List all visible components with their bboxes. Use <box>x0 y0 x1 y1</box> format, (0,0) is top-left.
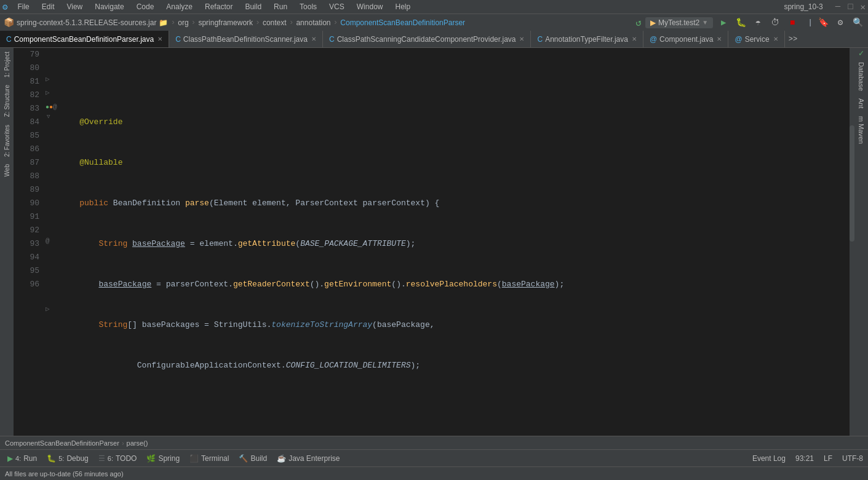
run-config-icon: ▶ <box>650 18 656 27</box>
folder-icon-1: 📁 <box>159 18 168 27</box>
panel-structure[interactable]: Z: Structure <box>2 81 12 120</box>
line-86: ConfigurableApplicationContext.CONFIG_LO… <box>60 359 845 372</box>
ln-81: 81 <box>18 75 39 89</box>
menu-build[interactable]: Build <box>242 2 264 11</box>
tab-close-2[interactable]: ✕ <box>311 36 316 42</box>
tab-close-5[interactable]: ✕ <box>717 36 722 42</box>
code-content[interactable]: @Override @Nullable public BeanDefinitio… <box>55 48 850 436</box>
coverage-btn[interactable]: ☂ <box>751 16 765 30</box>
gutter-marker-96: @ <box>46 237 50 245</box>
menu-navigate[interactable]: Navigate <box>92 2 126 11</box>
breadcrumb-class: ComponentScanBeanDefinitionParser <box>340 18 465 27</box>
tool-todo[interactable]: ☰ 6: TODO <box>96 453 140 464</box>
gutter: ▷ ▷ ●●@ ▽ @ ▷ <box>44 48 55 436</box>
code-view[interactable]: 79 80 81 82 83 84 85 86 87 88 89 90 91 9… <box>14 48 854 436</box>
toolbar: 📦 spring-context-5.1.3.RELEASE-sources.j… <box>0 14 868 31</box>
panel-favorites[interactable]: 2: Favorites <box>2 121 12 160</box>
tool-spring[interactable]: 🌿 Spring <box>144 453 182 464</box>
profile-btn[interactable]: ⏱ <box>768 16 782 30</box>
ln-93: 93 <box>18 237 39 251</box>
tab-service[interactable]: @ Service ✕ <box>728 31 784 48</box>
menu-help[interactable]: Help <box>392 2 413 11</box>
ln-85: 85 <box>18 129 39 143</box>
status-right-area: Event Log 93:21 LF UTF-8 <box>752 454 863 463</box>
spring-icon: 🌿 <box>146 454 156 463</box>
ln-82: 82 <box>18 89 39 102</box>
menu-edit[interactable]: Edit <box>39 2 57 11</box>
tab-icon-3: C <box>329 35 335 44</box>
run-btn[interactable]: ▶ <box>717 16 730 30</box>
spacer: | <box>808 18 813 27</box>
menu-file[interactable]: File <box>15 2 31 11</box>
gutter-marker-81: ▷ <box>46 89 50 96</box>
tab-label-1: ComponentScanBeanDefinitionParser.java <box>14 35 154 44</box>
menu-analyze[interactable]: Analyze <box>164 2 195 11</box>
stop-btn[interactable]: ■ <box>786 16 799 30</box>
java-ee-icon: ☕ <box>277 454 286 463</box>
tab-icon-6: @ <box>735 35 742 44</box>
menu-run[interactable]: Run <box>271 2 290 11</box>
run-num: 4: <box>15 455 21 462</box>
debug-btn[interactable]: 🐛 <box>734 16 747 30</box>
editor-area: 79 80 81 82 83 84 85 86 87 88 89 90 91 9… <box>14 48 854 436</box>
search-btn[interactable]: 🔍 <box>851 16 864 30</box>
bottom-breadcrumb-bar: ComponentScanBeanDefinitionParser › pars… <box>0 436 868 449</box>
tab-close-1[interactable]: ✕ <box>157 36 162 42</box>
tool-java-enterprise[interactable]: ☕ Java Enterprise <box>274 453 342 464</box>
encoding-label[interactable]: UTF-8 <box>842 454 863 463</box>
project-title: spring_10-3 <box>784 2 822 11</box>
tab-label-4: AnnotationTypeFilter.java <box>545 35 628 44</box>
tool-terminal[interactable]: ⬛ Terminal <box>187 453 231 464</box>
status-breadcrumb: ComponentScanBeanDefinitionParser › pars… <box>5 439 863 447</box>
run-label: Run <box>23 454 37 463</box>
panel-web[interactable]: Web <box>2 160 12 180</box>
gutter-marker-82: ●●@ ▽ <box>46 102 57 120</box>
ln-89: 89 <box>18 183 39 197</box>
close-btn[interactable]: ✕ <box>861 2 866 12</box>
line-84: basePackage = parserContext.getReaderCon… <box>60 278 845 291</box>
menu-vcs[interactable]: VCS <box>327 2 347 11</box>
tab-classpath-scanning[interactable]: C ClassPathScanningCandidateComponentPro… <box>323 31 532 48</box>
bookmark-btn[interactable]: 🔖 <box>816 16 830 30</box>
settings-btn[interactable]: ⚙ <box>834 16 847 30</box>
maximize-btn[interactable]: □ <box>848 2 853 12</box>
scrollbar[interactable] <box>850 48 854 436</box>
event-log-label[interactable]: Event Log <box>752 454 786 463</box>
breadcrumb-springframework: springframework <box>198 18 253 27</box>
menu-tools[interactable]: Tools <box>297 2 319 11</box>
tab-component-scan[interactable]: C ComponentScanBeanDefinitionParser.java… <box>0 31 169 48</box>
tab-annotation-type-filter[interactable]: C AnnotationTypeFilter.java ✕ <box>531 31 643 48</box>
notification-bar: All files are up-to-date (56 minutes ago… <box>0 466 868 480</box>
line-numbers: 79 80 81 82 83 84 85 86 87 88 89 90 91 9… <box>14 48 44 436</box>
menu-code[interactable]: Code <box>134 2 157 11</box>
run-config-selector[interactable]: ▶ MyTest.test2 ▼ <box>645 17 713 28</box>
java-ee-label: Java Enterprise <box>289 454 340 463</box>
toolbar-right: ↺ ▶ MyTest.test2 ▼ ▶ 🐛 ☂ ⏱ ■ | 🔖 ⚙ 🔍 <box>635 16 864 30</box>
panel-project[interactable]: 1: Project <box>2 48 12 81</box>
ln-92: 92 <box>18 224 39 237</box>
panel-maven[interactable]: m Maven <box>856 112 866 148</box>
panel-database[interactable]: Database <box>856 58 866 95</box>
line-79 <box>60 75 845 89</box>
menu-view[interactable]: View <box>64 2 85 11</box>
menu-refactor[interactable]: Refactor <box>202 2 235 11</box>
tool-build[interactable]: 🔨 Build <box>236 453 269 464</box>
minimize-btn[interactable]: ─ <box>835 2 840 12</box>
tab-overflow[interactable]: >> <box>785 35 801 44</box>
tab-classpath-scanner[interactable]: C ClassPathBeanDefinitionScanner.java ✕ <box>169 31 323 48</box>
line-sep-label[interactable]: LF <box>824 454 832 463</box>
breadcrumb-arrow: › <box>122 439 124 447</box>
tool-debug[interactable]: 🐛 5: Debug <box>44 453 91 464</box>
panel-ant[interactable]: Ant <box>856 95 866 112</box>
menu-window[interactable]: Window <box>354 2 386 11</box>
tab-component[interactable]: @ Component.java ✕ <box>643 31 729 48</box>
ln-87: 87 <box>18 156 39 170</box>
tab-close-6[interactable]: ✕ <box>773 36 778 42</box>
tool-run[interactable]: ▶ 4: Run <box>5 453 39 464</box>
sync-icon[interactable]: ↺ <box>635 17 642 29</box>
right-panel: ✓ Database Ant m Maven <box>854 48 868 436</box>
tab-close-4[interactable]: ✕ <box>632 36 637 42</box>
ln-96: 96 <box>18 278 39 291</box>
tab-close-3[interactable]: ✕ <box>519 36 524 42</box>
breadcrumb-method-label: parse() <box>127 439 148 447</box>
